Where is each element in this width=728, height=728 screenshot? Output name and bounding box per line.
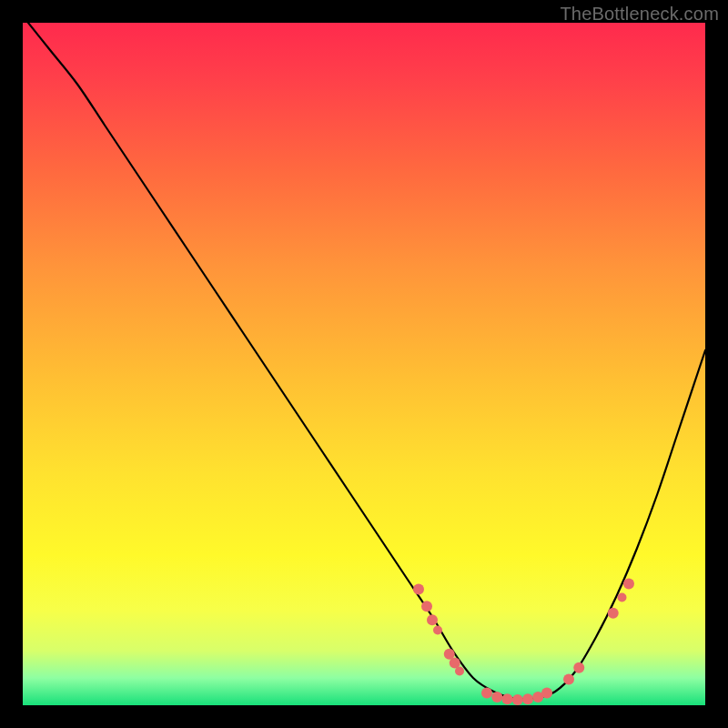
curve-marker <box>512 694 523 705</box>
curve-marker <box>522 693 533 704</box>
curve-marker <box>413 584 424 595</box>
curve-marker <box>563 674 574 685</box>
curve-marker <box>502 693 513 704</box>
curve-marker <box>608 608 619 619</box>
curve-marker <box>573 662 584 673</box>
curve-marker <box>421 601 432 612</box>
curve-marker <box>455 667 464 676</box>
curve-marker <box>618 593 627 602</box>
curve-marker <box>481 688 492 699</box>
chart-frame: TheBottleneck.com <box>0 0 728 728</box>
curve-layer <box>23 23 705 705</box>
curve-marker <box>541 688 552 699</box>
watermark-label: TheBottleneck.com <box>560 4 719 25</box>
curve-marker <box>427 614 438 625</box>
bottleneck-curve <box>23 23 705 699</box>
curve-marker <box>491 692 502 703</box>
plot-area <box>23 23 705 705</box>
curve-marker <box>623 579 634 590</box>
curve-marker <box>433 626 442 635</box>
